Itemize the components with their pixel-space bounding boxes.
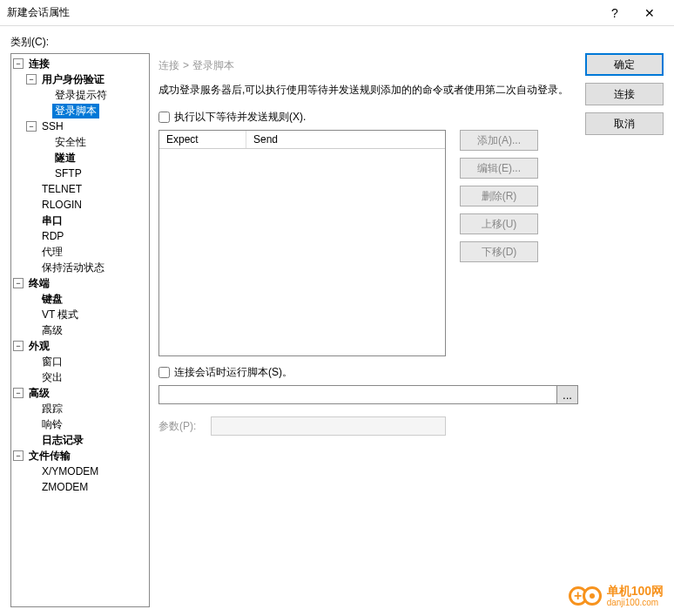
- script-path-input[interactable]: [158, 385, 557, 404]
- connect-button[interactable]: 连接: [585, 83, 664, 105]
- ok-button[interactable]: 确定: [585, 53, 664, 76]
- breadcrumb: 连接>登录脚本: [158, 53, 578, 82]
- category-tree[interactable]: −连接 −用户身份验证 登录提示符 登录脚本 −SSH 安全性: [10, 53, 150, 607]
- add-button[interactable]: 添加(A)...: [460, 130, 538, 151]
- tree-item-filetransfer[interactable]: 文件传输: [26, 449, 73, 464]
- tree-item-connection[interactable]: 连接: [26, 57, 52, 71]
- tree-item-sftp[interactable]: SFTP: [52, 167, 84, 179]
- titlebar: 新建会话属性 ? ✕: [0, 0, 674, 26]
- tree-item-keyboard[interactable]: 键盘: [39, 292, 65, 307]
- run-script-label: 连接会话时运行脚本(S)。: [174, 365, 293, 380]
- execute-rules-checkbox[interactable]: [158, 112, 170, 123]
- collapse-icon[interactable]: −: [13, 388, 24, 398]
- tree-item-auth[interactable]: 用户身份验证: [39, 72, 107, 87]
- watermark-logo: 单机100网 danji100.com: [569, 585, 664, 607]
- moveup-button[interactable]: 上移(U): [460, 213, 538, 234]
- close-button[interactable]: ✕: [632, 0, 667, 26]
- column-send[interactable]: Send: [246, 131, 445, 148]
- window-title: 新建会话属性: [7, 5, 597, 20]
- tree-item-xymodem[interactable]: X/YMODEM: [39, 465, 101, 477]
- collapse-icon[interactable]: −: [13, 450, 24, 461]
- tree-item-highlight[interactable]: 突出: [39, 370, 65, 385]
- edit-button[interactable]: 编辑(E)...: [460, 158, 538, 179]
- run-script-checkbox[interactable]: [158, 367, 170, 378]
- tree-item-trace[interactable]: 跟踪: [39, 402, 65, 416]
- delete-button[interactable]: 删除(R): [460, 186, 538, 206]
- tree-item-security[interactable]: 安全性: [52, 135, 89, 150]
- tree-item-login-script[interactable]: 登录脚本: [52, 104, 99, 118]
- description-text: 成功登录服务器后,可以执行使用等待并发送规则添加的的命令或者使用第二次自动登录。: [158, 82, 578, 98]
- collapse-icon[interactable]: −: [26, 121, 37, 132]
- tree-item-tunnel[interactable]: 隧道: [52, 151, 78, 166]
- execute-rules-label: 执行以下等待并发送规则(X).: [174, 110, 306, 125]
- tree-item-window[interactable]: 窗口: [39, 355, 65, 369]
- tree-item-telnet[interactable]: TELNET: [39, 183, 84, 195]
- tree-item-vtmode[interactable]: VT 模式: [39, 308, 81, 322]
- tree-item-ssh[interactable]: SSH: [39, 120, 66, 132]
- help-button[interactable]: ?: [597, 0, 632, 26]
- cancel-button[interactable]: 取消: [585, 112, 664, 135]
- tree-item-zmodem[interactable]: ZMODEM: [39, 481, 91, 493]
- collapse-icon[interactable]: −: [26, 74, 37, 85]
- tree-item-proxy[interactable]: 代理: [39, 245, 65, 260]
- param-input[interactable]: [211, 416, 446, 436]
- category-label: 类别(C):: [10, 35, 664, 50]
- tree-item-keepalive[interactable]: 保持活动状态: [39, 261, 107, 275]
- tree-item-advanced2[interactable]: 高级: [26, 386, 52, 401]
- param-label: 参数(P):: [158, 419, 202, 434]
- tree-item-terminal[interactable]: 终端: [26, 276, 52, 291]
- column-expect[interactable]: Expect: [159, 131, 246, 148]
- rules-table[interactable]: Expect Send: [158, 130, 446, 356]
- tree-item-appearance[interactable]: 外观: [26, 339, 52, 354]
- dialog-content: 类别(C): −连接 −用户身份验证 登录提示符 登录脚本 −SSH: [0, 26, 674, 616]
- tree-item-login-prompt[interactable]: 登录提示符: [52, 88, 110, 103]
- tree-item-rdp[interactable]: RDP: [39, 230, 66, 242]
- movedown-button[interactable]: 下移(D): [460, 241, 538, 262]
- tree-item-logging[interactable]: 日志记录: [39, 433, 86, 448]
- tree-item-bell[interactable]: 响铃: [39, 417, 65, 432]
- collapse-icon[interactable]: −: [13, 58, 24, 69]
- tree-item-advanced[interactable]: 高级: [39, 323, 65, 338]
- collapse-icon[interactable]: −: [13, 278, 24, 288]
- tree-item-serial[interactable]: 串口: [39, 213, 65, 228]
- browse-button[interactable]: ...: [557, 385, 578, 404]
- settings-panel: 连接>登录脚本 成功登录服务器后,可以执行使用等待并发送规则添加的的命令或者使用…: [158, 53, 578, 607]
- tree-item-rlogin[interactable]: RLOGIN: [39, 199, 84, 211]
- collapse-icon[interactable]: −: [13, 341, 24, 351]
